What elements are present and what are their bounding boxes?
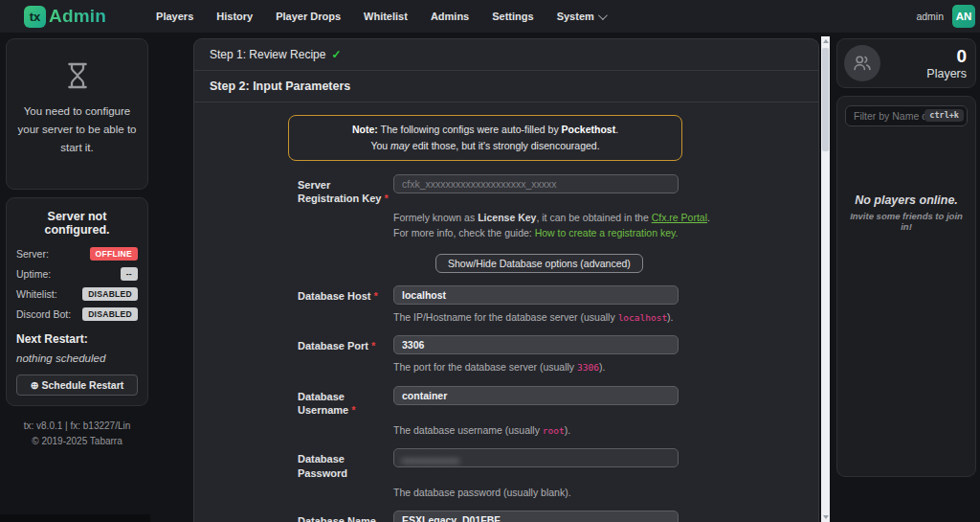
next-restart-label: Next Restart: (16, 332, 138, 346)
registration-key-help: Formely known as License Key, it can be … (393, 210, 818, 241)
main-nav: Players History Player Drops Whitelist A… (156, 11, 605, 22)
chevron-down-icon (598, 11, 608, 20)
db-name-input[interactable] (393, 511, 679, 522)
scrollbar-thumb[interactable] (822, 48, 829, 151)
status-badge-whitelist: DISABLED (82, 287, 138, 301)
field-registration-key: Server Registration Key * (298, 174, 818, 206)
nav-settings[interactable]: Settings (492, 11, 533, 22)
toggle-database-options-button[interactable]: Show/Hide Database options (advanced) (435, 254, 643, 273)
nav-system-menu[interactable]: System (557, 11, 605, 22)
nav-history[interactable]: History (216, 11, 253, 22)
field-db-username: Database Username * (298, 386, 818, 418)
deployer-panel: Step 1: Review Recipe ✓ Step 2: Input Pa… (193, 38, 819, 522)
next-restart-value: nothing scheduled (16, 352, 138, 364)
nav-admins[interactable]: Admins (431, 11, 469, 22)
invite-friends-text: Invite some friends to join in! (845, 211, 968, 232)
db-password-hidden-value: ••••••••••••• (402, 455, 460, 466)
db-host-help: The IP/Hostname for the database server … (393, 309, 818, 326)
required-asterisk: * (384, 193, 388, 204)
scrollbar-down-arrow-icon[interactable] (823, 515, 829, 519)
registration-key-input[interactable] (393, 174, 679, 193)
schedule-restart-button[interactable]: ⊕ Schedule Restart (16, 374, 138, 396)
avatar[interactable]: AN (952, 5, 975, 28)
db-password-input[interactable]: ••••••••••••• (393, 448, 679, 467)
configure-notice-card: You need to configure your server to be … (6, 38, 148, 190)
status-row-whitelist: Whitelist: DISABLED (16, 287, 138, 301)
step2-title: Step 2: Input Parameters (210, 79, 350, 93)
player-count-card: 0 Players (836, 38, 976, 88)
status-badge-offline: OFFLINE (90, 247, 138, 261)
player-count-label: Players (926, 67, 967, 80)
nav-system-label: System (557, 11, 594, 22)
cfx-portal-link[interactable]: Cfx.re Portal (652, 212, 707, 223)
status-badge-uptime: -- (121, 267, 138, 281)
db-username-input[interactable] (393, 386, 679, 405)
server-status-title: Server not configured. (16, 210, 138, 237)
step2-header: Step 2: Input Parameters (194, 71, 818, 102)
username-label: admin (916, 11, 944, 22)
db-host-input[interactable] (393, 285, 679, 305)
required-asterisk: * (351, 404, 355, 416)
txadmin-logo-icon: tx (24, 6, 46, 28)
player-count-value: 0 (926, 47, 967, 65)
autofill-note: Note: The following configs were auto-fi… (288, 115, 682, 161)
players-icon (844, 45, 880, 81)
txadmin-logo-text: Admin (49, 6, 106, 27)
db-port-help: The port for the database server (usuall… (393, 359, 818, 375)
db-port-input[interactable] (393, 335, 679, 354)
field-db-name: Database Name (298, 511, 818, 522)
top-navbar: tx Admin Players History Player Drops Wh… (0, 0, 980, 33)
step1-title: Step 1: Review Recipe (210, 48, 325, 61)
status-row-uptime: Uptime: -- (16, 267, 138, 281)
status-row-server: Server: OFFLINE (16, 247, 138, 261)
nav-players[interactable]: Players (156, 11, 193, 22)
version-footer: tx: v8.0.1 | fx: b13227/Lin © 2019-2025 … (6, 419, 148, 448)
server-status-card: Server not configured. Server: OFFLINE U… (6, 197, 148, 406)
empty-player-list: No players online. Invite some friends t… (845, 193, 968, 232)
registration-key-guide-link[interactable]: How to create a registration key. (535, 227, 679, 238)
db-username-help: The database username (usually root). (393, 422, 818, 439)
right-sidebar: 0 Players ctrl+k No players online. Invi… (836, 38, 976, 477)
filter-shortcut-kbd: ctrl+k (924, 109, 964, 122)
left-sidebar: You need to configure your server to be … (6, 38, 148, 448)
no-players-text: No players online. (845, 193, 968, 207)
required-asterisk: * (371, 340, 375, 352)
hourglass-icon (62, 60, 93, 91)
nav-player-drops[interactable]: Player Drops (276, 11, 341, 22)
check-icon: ✓ (331, 48, 341, 61)
required-asterisk: * (373, 290, 377, 302)
step1-header: Step 1: Review Recipe ✓ (194, 39, 818, 71)
configure-notice-text: You need to configure your server to be … (16, 102, 138, 157)
scrollbar-up-arrow-icon[interactable] (823, 39, 829, 43)
status-row-discord: Discord Bot: DISABLED (16, 307, 138, 321)
field-db-host: Database Host * (298, 285, 818, 305)
copyright-line: © 2019-2025 Tabarra (6, 434, 148, 449)
vertical-scrollbar[interactable] (821, 36, 830, 522)
db-password-help: The database password (usually blank). (393, 485, 818, 500)
player-list-card: ctrl+k No players online. Invite some fr… (836, 96, 976, 477)
field-db-port: Database Port * (298, 335, 818, 354)
nav-whitelist[interactable]: Whitelist (364, 11, 408, 22)
txadmin-logo[interactable]: tx Admin (24, 6, 106, 28)
field-db-password: Database Password ••••••••••••• (298, 448, 818, 480)
status-badge-discord: DISABLED (82, 307, 138, 321)
plus-circle-icon: ⊕ (31, 379, 39, 391)
version-line: tx: v8.0.1 | fx: b13227/Lin (6, 419, 148, 434)
browser-status-bar (0, 514, 150, 522)
